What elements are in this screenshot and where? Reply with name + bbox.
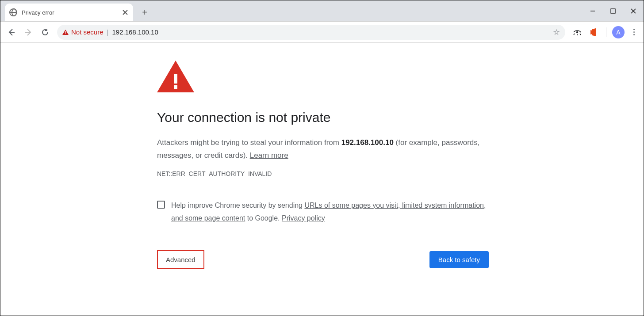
page-heading: Your connection is not private <box>157 110 489 125</box>
extension-eye-icon[interactable] <box>570 25 585 40</box>
not-secure-label: Not secure <box>71 28 104 36</box>
advanced-button[interactable]: Advanced <box>157 250 204 269</box>
svg-line-9 <box>580 34 581 35</box>
toolbar: Not secure | 192.168.100.10 ☆ A <box>0 22 644 43</box>
extension-office-icon[interactable] <box>586 25 602 40</box>
tab-title: Privacy error <box>22 9 122 16</box>
chrome-menu-button[interactable] <box>628 29 640 35</box>
url-text: 192.168.100.10 <box>112 28 158 36</box>
minimize-button[interactable] <box>583 4 603 18</box>
optin-checkbox[interactable] <box>157 201 165 209</box>
back-button[interactable] <box>4 25 19 40</box>
error-code: NET::ERR_CERT_AUTHORITY_INVALID <box>157 170 489 177</box>
separator <box>606 27 606 37</box>
warning-body: Attackers might be trying to steal your … <box>157 137 489 162</box>
optin-row: Help improve Chrome security by sending … <box>157 199 489 225</box>
security-indicator[interactable]: Not secure <box>62 28 104 36</box>
profile-avatar[interactable]: A <box>611 25 626 40</box>
privacy-policy-link[interactable]: Privacy policy <box>282 214 325 222</box>
globe-icon <box>9 8 17 16</box>
avatar-circle: A <box>612 26 625 38</box>
host-name: 192.168.100.10 <box>341 138 394 147</box>
bookmark-star-icon[interactable]: ☆ <box>553 27 560 37</box>
learn-more-link[interactable]: Learn more <box>250 151 288 160</box>
warning-triangle-icon <box>62 30 69 35</box>
new-tab-button[interactable]: + <box>138 5 152 19</box>
maximize-button[interactable] <box>603 4 623 18</box>
window-controls <box>583 0 644 21</box>
button-row: Advanced Back to safety <box>157 250 489 269</box>
back-to-safety-button[interactable]: Back to safety <box>429 251 489 268</box>
titlebar: Privacy error + <box>0 0 644 22</box>
address-bar[interactable]: Not secure | 192.168.100.10 ☆ <box>57 25 565 40</box>
interstitial-page: Your connection is not private Attackers… <box>0 43 644 269</box>
close-tab-button[interactable] <box>122 9 129 16</box>
optin-label: Help improve Chrome security by sending … <box>171 199 489 225</box>
browser-tab[interactable]: Privacy error <box>5 4 133 21</box>
close-window-button[interactable] <box>623 4 644 18</box>
plus-icon: + <box>142 8 147 17</box>
svg-point-6 <box>576 31 578 33</box>
svg-rect-1 <box>611 9 615 13</box>
reload-button[interactable] <box>38 25 53 40</box>
separator: | <box>107 28 109 36</box>
svg-line-7 <box>574 34 575 35</box>
forward-button[interactable] <box>21 25 36 40</box>
warning-triangle-icon <box>157 61 194 92</box>
